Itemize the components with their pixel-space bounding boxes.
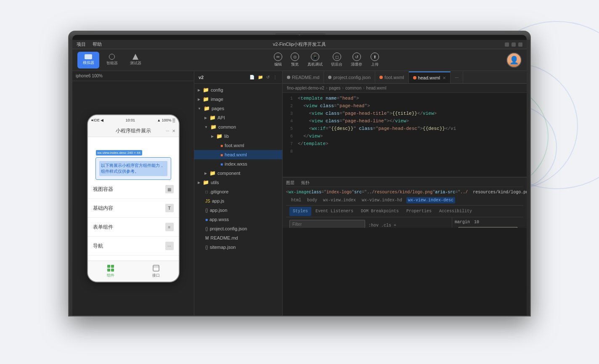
devtools-tab-event-listeners[interactable]: Event Listeners bbox=[312, 207, 357, 216]
phone-status-right: ▲ 100% ▒ bbox=[157, 118, 175, 122]
folder-icon: 📁 bbox=[209, 170, 216, 176]
preview-action[interactable]: ⊙ 预览 bbox=[291, 53, 299, 67]
code-line: 5 <wx:if="{{desc}}" class="page-head-des… bbox=[283, 125, 527, 132]
selected-highlight[interactable]: 以下将展示小程序官方组件能力，组件样式仅供参考。 bbox=[99, 161, 167, 176]
html-line: <wx-image class="index-logo" src="../res… bbox=[286, 189, 523, 195]
phone-title: 小程序组件展示 bbox=[116, 127, 151, 135]
tree-item-head-wxml[interactable]: ■ head.wxml bbox=[194, 150, 282, 159]
xml-icon: ■ bbox=[220, 143, 223, 148]
tree-item-foot-wxml[interactable]: ■ foot.wxml bbox=[194, 141, 282, 150]
breadcrumb-part-0: fino-applet-demo-v2 bbox=[287, 86, 324, 90]
expand-icon: ▶ bbox=[198, 88, 200, 92]
camera-dot bbox=[298, 33, 301, 35]
tree-item-app-js[interactable]: JS app.js bbox=[194, 196, 282, 206]
tree-item-app-json[interactable]: {} app.json bbox=[194, 206, 282, 215]
element-tag-wx-view-index[interactable]: wx-view.index bbox=[321, 197, 358, 203]
win-minimize[interactable] bbox=[505, 42, 509, 47]
phone-title-bar: 小程序组件展示 ··· ✕ bbox=[88, 125, 179, 137]
list-item[interactable]: 表单组件 ≡ bbox=[88, 218, 179, 237]
new-file-btn[interactable]: 📄 bbox=[249, 74, 255, 80]
edit-action[interactable]: ✏ 编辑 bbox=[274, 53, 282, 67]
panel-toggle-left[interactable]: 图层 bbox=[286, 180, 294, 186]
filter-row: :hov .cls + bbox=[289, 220, 448, 228]
tree-item-component[interactable]: ▶ 📁 component bbox=[194, 169, 282, 178]
background-action[interactable]: ◻ 切后台 bbox=[331, 53, 342, 67]
list-item[interactable]: 导航 ··· bbox=[88, 237, 179, 256]
styles-filter-input[interactable] bbox=[289, 220, 365, 228]
list-item[interactable]: 基础内容 T bbox=[88, 199, 179, 218]
devtools-tab-styles[interactable]: Styles bbox=[289, 207, 311, 216]
element-tag-body[interactable]: body bbox=[305, 197, 319, 203]
device-debug-action[interactable]: 📱 真机调试 bbox=[307, 53, 323, 67]
tree-item-common[interactable]: ▼ 📁 common bbox=[194, 122, 282, 132]
xml-icon: ■ bbox=[220, 153, 223, 157]
win-maximize[interactable] bbox=[512, 42, 516, 47]
simulator-btn[interactable]: 模拟器 bbox=[77, 52, 99, 69]
box-model-header: margin 10 bbox=[455, 220, 521, 224]
list-item[interactable]: 视图容器 ▦ bbox=[88, 180, 179, 199]
tree-item-pages[interactable]: ▼ 📁 pages bbox=[194, 104, 282, 113]
nav-item-components[interactable]: 组件 bbox=[88, 261, 133, 282]
avatar-btn[interactable]: 👤 bbox=[506, 53, 522, 68]
tree-item-index-wxss[interactable]: ■ index.wxss bbox=[194, 159, 282, 169]
smart-btn[interactable]: 智能器 bbox=[101, 52, 123, 69]
window-title: v2-FinClip小程序开发工具 bbox=[273, 41, 326, 47]
tree-label: config bbox=[211, 87, 223, 92]
tree-item-api[interactable]: ▶ 📁 API bbox=[194, 113, 282, 122]
clear-cache-action[interactable]: ↺ 清缓存 bbox=[351, 53, 362, 67]
devtools-panel: 图层 拓扑 <wx-image class="index-logo" src="… bbox=[283, 177, 527, 316]
tree-item-config[interactable]: ▶ 📁 config bbox=[194, 85, 282, 95]
tree-item-utils[interactable]: ▶ 📁 utils bbox=[194, 178, 282, 187]
tab-foot-wxml[interactable]: foot.wxml bbox=[375, 71, 408, 83]
svg-rect-0 bbox=[107, 265, 110, 268]
box-model-panel: margin 10 margin 10 bbox=[452, 217, 523, 228]
upload-action[interactable]: ⬆ 上传 bbox=[371, 53, 379, 67]
tab-dot bbox=[413, 76, 416, 79]
devtools-tab-dom-breakpoints[interactable]: DOM Breakpoints bbox=[358, 207, 402, 216]
new-folder-btn[interactable]: 📁 bbox=[257, 74, 264, 80]
tree-item-app-wxss[interactable]: ■ app.wxss bbox=[194, 215, 282, 224]
test-btn[interactable]: 测试器 bbox=[125, 52, 146, 69]
menu-help[interactable]: 帮助 bbox=[93, 41, 102, 47]
code-content[interactable]: 1 <template name="head"> 2 <view class="… bbox=[283, 93, 527, 177]
expand-icon: ▶ bbox=[198, 181, 200, 185]
menu-project[interactable]: 项目 bbox=[77, 41, 86, 47]
devtools-tab-properties[interactable]: Properties bbox=[403, 207, 435, 216]
breadcrumb-part-2: common bbox=[345, 86, 361, 90]
tab-readme[interactable]: README.md bbox=[283, 71, 324, 83]
styles-panel: :hov .cls + element.style { } .index-des… bbox=[286, 217, 452, 228]
collapse-btn[interactable]: ⋮ bbox=[272, 74, 278, 80]
tree-item-image[interactable]: ▶ 📁 image bbox=[194, 95, 282, 104]
laptop-wrapper: 项目 帮助 v2-FinClip小程序开发工具 模拟器 bbox=[68, 31, 531, 333]
win-close[interactable] bbox=[518, 42, 522, 47]
expand-icon: ▶ bbox=[211, 135, 214, 138]
tree-item-sitemap[interactable]: {} sitemap.json bbox=[194, 243, 282, 252]
tab-head-wxml[interactable]: head.wxml ✕ bbox=[409, 71, 451, 83]
element-tag-wx-view-desc[interactable]: wx-view.index-desc bbox=[406, 197, 455, 203]
device-selector: iphone6 100% bbox=[72, 71, 194, 81]
tree-label: foot.wxml bbox=[225, 143, 244, 148]
nav-item-interface[interactable]: 接口 bbox=[133, 261, 179, 282]
tree-label: component bbox=[217, 171, 240, 176]
file-tree-panel: v2 📄 📁 ↺ ⋮ ▶ 📁 bbox=[194, 71, 283, 316]
panel-toggle-right[interactable]: 拓扑 bbox=[301, 180, 310, 186]
tab-project-config[interactable]: project.config.json bbox=[324, 71, 375, 83]
left-panel: iphone6 100% ●IDE ◀ 10:01 ▲ 100% ▒ bbox=[72, 71, 194, 316]
tab-dot bbox=[379, 76, 383, 79]
refresh-btn[interactable]: ↺ bbox=[265, 74, 270, 80]
tab-more-btn[interactable]: ··· bbox=[451, 71, 463, 83]
tree-label: lib bbox=[224, 134, 229, 139]
element-tag-wx-view-hd[interactable]: wx-view.index-hd bbox=[360, 197, 404, 203]
editor-tabs: README.md project.config.json foot.wxml bbox=[283, 71, 527, 84]
tree-item-project-config[interactable]: {} project.config.json bbox=[194, 224, 282, 233]
devtools-tab-accessibility[interactable]: Accessibility bbox=[436, 207, 475, 216]
tree-item-gitignore[interactable]: □ .gitignore bbox=[194, 187, 282, 196]
tree-label: pages bbox=[212, 106, 224, 111]
tree-item-readme[interactable]: M README.md bbox=[194, 233, 282, 243]
phone-status-bar: ●IDE ◀ 10:01 ▲ 100% ▒ bbox=[88, 115, 179, 125]
window-controls bbox=[505, 42, 522, 47]
tab-close-btn[interactable]: ✕ bbox=[443, 76, 446, 80]
element-tag-html[interactable]: html bbox=[289, 197, 303, 203]
tree-item-lib[interactable]: ▶ 📁 lib bbox=[194, 132, 282, 141]
avatar-face: 👤 bbox=[507, 53, 521, 67]
